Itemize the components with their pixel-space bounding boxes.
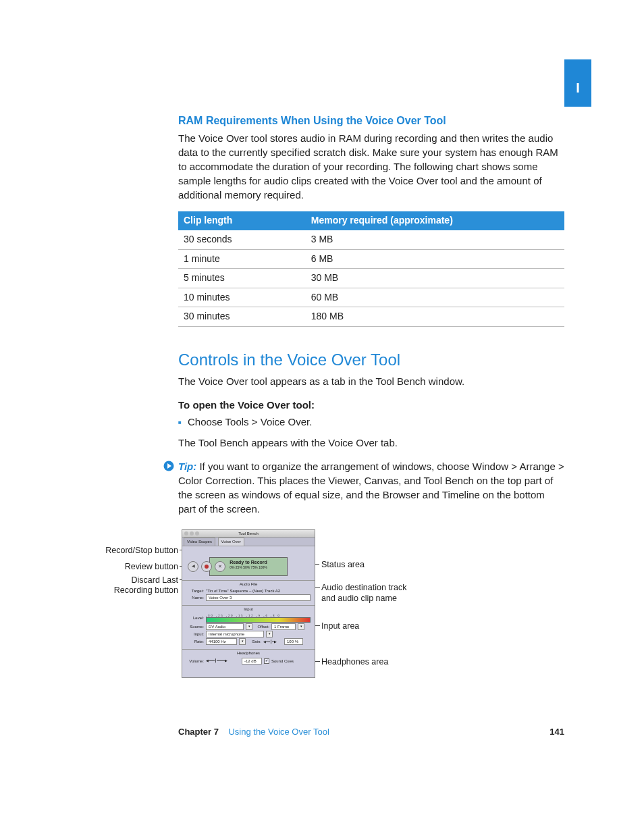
callout-headphones-area: Headphones area	[321, 656, 388, 669]
window-title: Tool Bench	[238, 531, 259, 536]
footer-chapter: Chapter 7	[178, 727, 219, 737]
table-row: 1 minute6 MB	[178, 249, 564, 269]
step-item: Choose Tools > Voice Over.	[178, 415, 564, 429]
tip-block: Tip: If you want to organize the arrange…	[178, 459, 564, 516]
cell: 5 minutes	[178, 269, 306, 288]
table-row: 10 minutes60 MB	[178, 288, 564, 307]
tip-label: Tip:	[178, 461, 196, 472]
table-header-memory: Memory required (approximate)	[306, 211, 564, 230]
cell: 30 minutes	[178, 307, 306, 327]
callout-audio-dest-a: Audio destination track	[321, 582, 406, 594]
cell: 180 MB	[306, 307, 564, 327]
cell: 60 MB	[306, 288, 564, 307]
discard-button-figure	[215, 561, 225, 572]
table-header-clip-length: Clip length	[178, 211, 306, 230]
section-heading-controls: Controls in the Voice Over Tool	[178, 348, 564, 371]
voice-over-figure: Record/Stop button Review button Discard…	[104, 529, 564, 685]
table-row: 5 minutes30 MB	[178, 269, 564, 288]
audio-file-panel: Target:"Tin of Time" Sequence – (New) Tr…	[186, 588, 311, 601]
footer-title: Using the Voice Over Tool	[228, 727, 329, 737]
cell: 30 MB	[306, 269, 564, 288]
cell: 1 minute	[178, 249, 306, 269]
transport-buttons	[188, 561, 225, 572]
cell: 10 minutes	[178, 288, 306, 307]
callout-review: Review button	[70, 561, 178, 573]
cell: 30 seconds	[178, 230, 306, 249]
memory-table: Clip length Memory required (approximate…	[178, 211, 564, 327]
input-device-value: Internal microphone	[206, 631, 264, 637]
source-value: DV Audio	[206, 623, 244, 630]
stepper-icon: ▾	[266, 631, 273, 637]
tab-video-scopes: Video Scopes	[184, 538, 215, 546]
tip-text: Tip: If you want to organize the arrange…	[178, 459, 564, 516]
callout-audio-dest-b: and audio clip name	[321, 593, 397, 605]
tip-body: If you want to organize the arrangement …	[178, 461, 564, 515]
gain-slider: ◀━━┃━▶	[263, 640, 282, 644]
name-label: Name:	[186, 595, 204, 600]
review-button-figure	[188, 561, 198, 572]
tab-voice-over: Voice Over	[218, 538, 244, 546]
paragraph-controls-intro: The Voice Over tool appears as a tab in …	[178, 374, 564, 388]
callout-record-stop: Record/Stop button	[70, 545, 178, 557]
gain-label: Gain:	[248, 639, 261, 644]
callout-status-area: Status area	[321, 559, 365, 571]
subsection-heading-ram: RAM Requirements When Using the Voice Ov…	[178, 113, 564, 128]
offset-value: 1 Frame	[271, 623, 296, 630]
offset-label: Offset:	[254, 624, 269, 629]
input-device-label: Input:	[186, 631, 204, 637]
name-value: Voice Over 3	[206, 594, 311, 601]
callout-discard-last-b: Recording button	[70, 585, 178, 597]
input-heading: Input	[182, 605, 315, 612]
tip-icon	[163, 461, 174, 471]
target-label: Target:	[186, 588, 204, 594]
callout-input-area: Input area	[321, 621, 359, 633]
level-label: Level:	[186, 615, 204, 621]
cell: 3 MB	[306, 230, 564, 249]
window-titlebar: Tool Bench	[182, 530, 315, 538]
step-text: Choose Tools > Voice Over.	[188, 416, 312, 427]
headphones-panel: Volume: ◀━━━┃━━━━▶ -12 dB ✔ Sound Cues	[186, 658, 311, 664]
traffic-light-icons	[184, 531, 199, 536]
table-row: 30 seconds3 MB	[178, 230, 564, 249]
paragraph-ram-intro: The Voice Over tool stores audio in RAM …	[178, 131, 564, 202]
gain-value: 100 %	[284, 638, 303, 645]
audio-file-heading: Audio File	[182, 580, 315, 587]
stepper-icon: ▾	[246, 623, 252, 630]
page-footer: Chapter 7 Using the Voice Over Tool 141	[178, 726, 564, 738]
target-value: "Tin of Time" Sequence – (New) Track A2	[206, 588, 280, 594]
section-thumb-tab: I	[564, 59, 591, 107]
stepper-icon: ▾	[298, 623, 304, 630]
rate-label: Rate:	[186, 639, 204, 644]
table-row: 30 minutes180 MB	[178, 307, 564, 327]
task-heading-open-tool: To open the Voice Over tool:	[178, 398, 564, 412]
record-button-figure	[201, 561, 212, 572]
sound-cues-label: Sound Cues	[271, 658, 294, 664]
input-panel: Level: -30 -25 -20 -15 -12 -9 -6 -3 0 So…	[186, 614, 311, 646]
source-label: Source:	[186, 624, 204, 629]
checkbox-icon: ✔	[264, 658, 269, 664]
tab-strip: Video Scopes Voice Over	[182, 538, 315, 546]
stepper-icon: ▾	[239, 638, 246, 645]
rate-value: 44100 Hz	[206, 638, 237, 645]
step-list: Choose Tools > Voice Over.	[178, 415, 564, 429]
step-result: The Tool Bench appears with the Voice Ov…	[178, 436, 564, 450]
volume-slider: ◀━━━┃━━━━▶	[206, 658, 240, 663]
headphones-heading: Headphones	[182, 649, 315, 656]
page-content: RAM Requirements When Using the Voice Ov…	[178, 113, 564, 685]
document-page: I RAM Requirements When Using the Voice …	[0, 0, 644, 834]
volume-label: Volume:	[186, 658, 204, 664]
volume-value: -12 dB	[242, 658, 262, 664]
level-meter	[206, 617, 311, 623]
tool-bench-window-figure: Tool Bench Video Scopes Voice Over Ready…	[182, 529, 315, 678]
cell: 6 MB	[306, 249, 564, 269]
footer-page-number: 141	[549, 726, 564, 738]
